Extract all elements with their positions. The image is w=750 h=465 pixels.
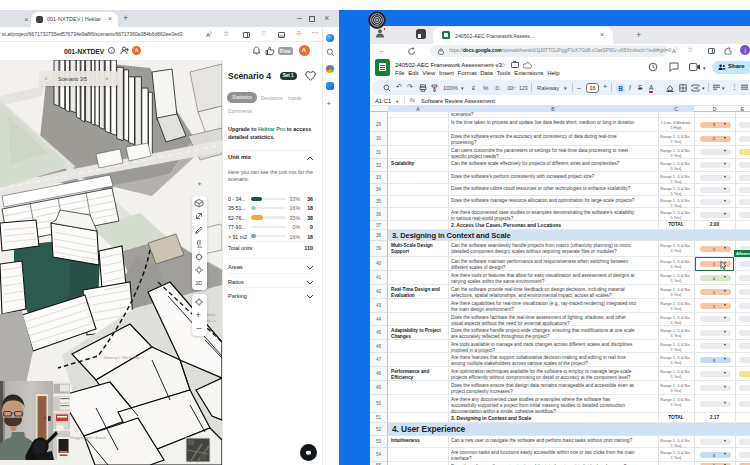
svg-text:Haggerston Green: Haggerston Green bbox=[70, 435, 107, 440]
svg-text:Stoney's Wine Bar: Stoney's Wine Bar bbox=[104, 355, 141, 360]
svg-text:2D: 2D bbox=[195, 280, 202, 286]
svg-text:ed La: ed La bbox=[206, 319, 216, 323]
svg-text:dethe: dethe bbox=[206, 313, 216, 317]
